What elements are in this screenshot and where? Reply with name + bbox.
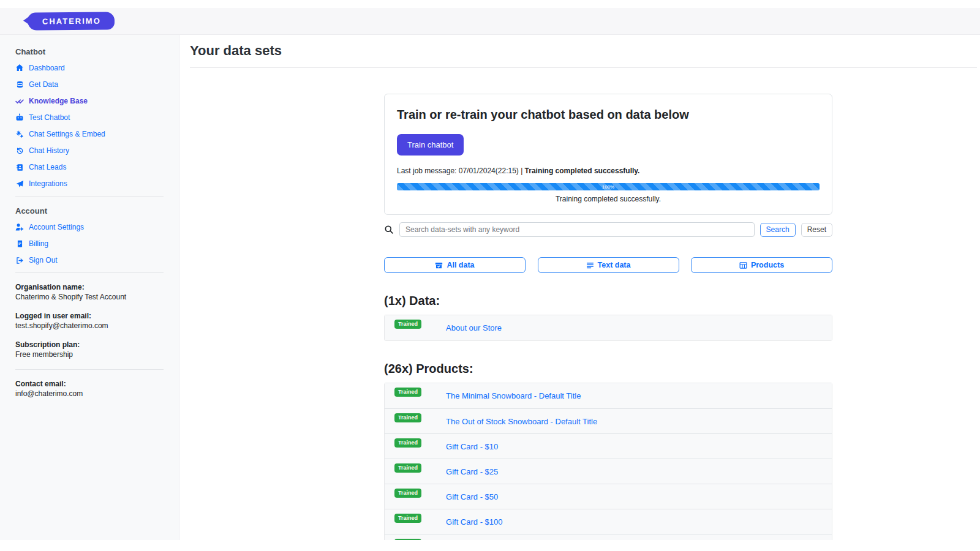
product-row[interactable]: Trained Gift Card - $100 — [385, 509, 832, 534]
sidebar-item-dashboard[interactable]: Dashboard — [15, 64, 179, 72]
sidebar-item-test-chatbot[interactable]: Test Chatbot — [15, 113, 179, 122]
product-item-link[interactable]: Gift Card - $100 — [446, 517, 503, 527]
filter-all-data-button[interactable]: All data — [384, 257, 526, 273]
search-input[interactable] — [399, 222, 755, 237]
paper-plane-icon — [15, 179, 24, 188]
history-icon — [15, 146, 24, 155]
last-job-message: Last job message: 07/01/2024(22:15) | Tr… — [397, 167, 820, 175]
sidebar-divider — [15, 196, 164, 197]
double-check-icon — [15, 97, 24, 105]
sidebar-item-sign-out[interactable]: Sign Out — [15, 256, 179, 264]
data-row[interactable]: Trained About our Store — [385, 315, 832, 340]
sidebar-item-knowledge-base[interactable]: Knowledge Base — [15, 97, 179, 105]
trained-badge: Trained — [394, 388, 421, 397]
sidebar-item-label: Test Chatbot — [29, 113, 70, 122]
chaterimo-logo[interactable]: CHATERIMO — [28, 12, 115, 30]
train-chatbot-button[interactable]: Train chatbot — [397, 134, 464, 156]
data-section-heading: (1x) Data: — [384, 294, 832, 308]
search-button[interactable]: Search — [760, 223, 796, 237]
trained-badge: Trained — [394, 514, 421, 523]
sidebar-item-label: Get Data — [29, 80, 58, 89]
gears-icon — [15, 130, 24, 138]
last-job-status: Training completed successfully. — [525, 167, 640, 175]
sidebar-item-label: Sign Out — [29, 256, 58, 264]
sidebar-item-label: Integrations — [29, 179, 67, 188]
search-icon — [384, 225, 394, 234]
train-card-title: Train or re-train your chatbot based on … — [397, 108, 820, 122]
trained-badge: Trained — [394, 489, 421, 498]
address-book-icon — [15, 163, 24, 171]
logged-in-email-label: Logged in user email: — [15, 312, 179, 320]
sidebar-item-integrations[interactable]: Integrations — [15, 179, 179, 188]
last-job-prefix: Last job message: 07/01/2024(22:15) | — [397, 167, 525, 175]
organisation-name-value: Chaterimo & Shopify Test Account — [15, 293, 179, 301]
list-lines-icon — [586, 261, 594, 269]
search-row: Search Reset — [384, 222, 832, 237]
archive-box-icon — [435, 261, 443, 269]
sidebar-item-label: Dashboard — [29, 64, 65, 72]
product-item-link[interactable]: Gift Card - $25 — [446, 467, 498, 476]
contact-email-value: info@chaterimo.com — [15, 389, 179, 398]
organisation-name-block: Organisation name: Chaterimo & Shopify T… — [15, 283, 179, 301]
filter-label: All data — [447, 261, 474, 269]
sidebar-item-chat-leads[interactable]: Chat Leads — [15, 163, 179, 171]
user-gear-icon — [15, 223, 24, 231]
sidebar-item-label: Account Settings — [29, 223, 84, 231]
progress-percent-label: 100% — [602, 184, 614, 190]
subscription-plan-value: Free membership — [15, 350, 179, 359]
trained-badge: Trained — [394, 413, 421, 422]
sidebar-item-chat-history[interactable]: Chat History — [15, 146, 179, 155]
sidebar-item-account-settings[interactable]: Account Settings — [15, 223, 179, 231]
filter-label: Text data — [598, 261, 631, 269]
sidebar-item-billing[interactable]: Billing — [15, 239, 179, 248]
sign-out-icon — [15, 256, 24, 264]
top-strip — [0, 0, 980, 8]
sidebar-item-get-data[interactable]: Get Data — [15, 80, 179, 89]
logged-in-email-value: test.shopify@chaterimo.com — [15, 321, 179, 330]
sidebar-divider — [15, 272, 164, 273]
reset-button[interactable]: Reset — [801, 223, 832, 237]
filter-label: Products — [751, 261, 784, 269]
product-row[interactable]: Trained Gift Card - $50 — [385, 484, 832, 509]
products-section-heading: (26x) Products: — [384, 362, 832, 376]
filter-products-button[interactable]: Products — [691, 257, 832, 273]
logo-text: CHATERIMO — [42, 17, 101, 26]
sidebar: Chatbot Dashboard Get Data Knowledge Bas… — [0, 35, 179, 540]
product-row[interactable]: Trained The Minimal Snowboard - Default … — [385, 383, 832, 408]
sidebar-item-label: Knowledge Base — [29, 97, 88, 105]
subscription-plan-block: Subscription plan: Free membership — [15, 340, 179, 359]
train-chatbot-card: Train or re-train your chatbot based on … — [384, 94, 832, 215]
training-progress-bar: 100% — [397, 183, 820, 190]
sidebar-item-label: Chat History — [29, 146, 69, 155]
filter-row: All data Text data Products — [384, 257, 832, 273]
invoice-icon — [15, 239, 24, 248]
product-row[interactable]: Trained Selling Plans Ski Wax - Selling … — [385, 534, 832, 540]
product-item-link[interactable]: The Out of Stock Snowboard - Default Tit… — [446, 417, 597, 426]
database-icon — [15, 80, 24, 89]
data-list: Trained About our Store — [384, 315, 832, 341]
product-item-link[interactable]: Gift Card - $10 — [446, 442, 498, 451]
progress-fill: 100% — [397, 183, 820, 190]
trained-badge: Trained — [394, 463, 421, 473]
title-divider — [190, 67, 977, 68]
trained-badge: Trained — [394, 539, 421, 541]
product-row[interactable]: Trained The Out of Stock Snowboard - Def… — [385, 408, 832, 433]
contact-email-label: Contact email: — [15, 380, 179, 388]
trained-badge: Trained — [394, 320, 421, 329]
main-content: Your data sets Train or re-train your ch… — [179, 35, 980, 540]
product-item-link[interactable]: The Minimal Snowboard - Default Title — [446, 391, 581, 400]
sidebar-heading-account: Account — [15, 206, 179, 216]
filter-text-data-button[interactable]: Text data — [538, 257, 679, 273]
sidebar-item-chat-settings[interactable]: Chat Settings & Embed — [15, 130, 179, 138]
organisation-name-label: Organisation name: — [15, 283, 179, 291]
product-row[interactable]: Trained Gift Card - $10 — [385, 433, 832, 459]
product-row[interactable]: Trained Gift Card - $25 — [385, 459, 832, 484]
product-item-link[interactable]: Gift Card - $50 — [446, 492, 498, 501]
sidebar-item-label: Chat Leads — [29, 163, 66, 171]
table-icon — [739, 261, 747, 269]
products-list: Trained The Minimal Snowboard - Default … — [384, 383, 832, 540]
trained-badge: Trained — [394, 438, 421, 448]
sidebar-divider — [15, 369, 164, 370]
data-item-link[interactable]: About our Store — [446, 323, 502, 332]
sidebar-item-label: Billing — [29, 239, 48, 248]
